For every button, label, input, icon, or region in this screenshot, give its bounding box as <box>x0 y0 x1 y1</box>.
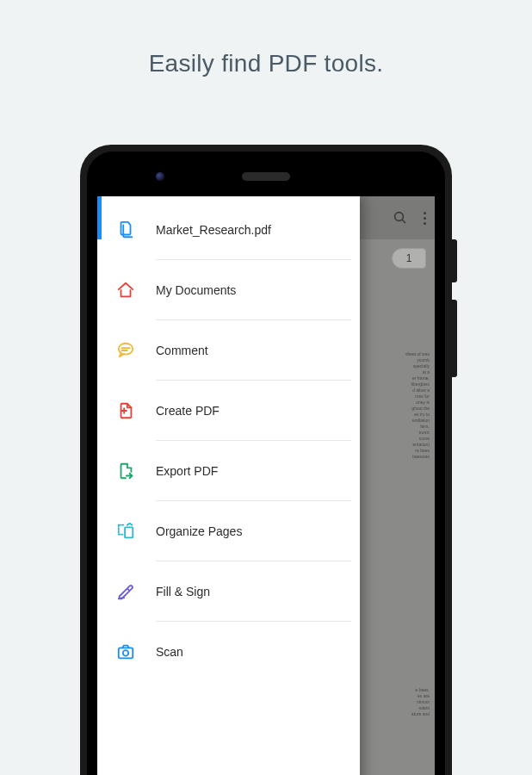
phone-camera <box>156 172 164 181</box>
menu-item-label: Fill & Sign <box>156 585 210 598</box>
menu-item-label: Export PDF <box>156 464 218 478</box>
home-icon <box>116 281 156 300</box>
search-icon[interactable] <box>393 210 408 226</box>
document-icon <box>116 220 156 239</box>
svg-rect-7 <box>125 527 133 537</box>
drawer-list: Market_Research.pdf My Documents Comment <box>97 196 360 775</box>
navigation-drawer: Market_Research.pdf My Documents Comment <box>97 196 360 775</box>
svg-rect-8 <box>119 648 133 658</box>
menu-item-label: Comment <box>156 344 208 357</box>
background-document-text: sheet of waxycombspeciallyat aer frame,f… <box>387 351 430 460</box>
menu-item-organize-pages[interactable]: Organize Pages <box>97 501 360 561</box>
app-screen: 1 sheet of waxycombspeciallyat aer frame… <box>97 196 435 775</box>
menu-item-my-documents[interactable]: My Documents <box>97 260 360 320</box>
menu-item-comment[interactable]: Comment <box>97 320 360 381</box>
menu-item-fill-sign[interactable]: Fill & Sign <box>97 561 360 622</box>
phone-frame: 1 sheet of waxycombspeciallyat aer frame… <box>80 145 452 775</box>
page-number-badge: 1 <box>392 248 426 269</box>
menu-item-label: My Documents <box>156 283 236 297</box>
menu-item-label: Create PDF <box>156 404 220 418</box>
overflow-menu-icon[interactable] <box>424 212 426 225</box>
export-pdf-icon <box>116 462 156 480</box>
menu-item-label: Organize Pages <box>156 524 242 538</box>
page-headline: Easily find PDF tools. <box>0 0 532 78</box>
organize-pages-icon <box>116 522 156 541</box>
svg-point-9 <box>123 650 128 655</box>
create-pdf-icon <box>116 401 156 420</box>
menu-item-create-pdf[interactable]: Create PDF <box>97 381 360 441</box>
scan-icon <box>116 642 156 661</box>
menu-item-label: Scan <box>156 645 183 659</box>
svg-point-0 <box>395 213 404 221</box>
phone-side-button <box>452 300 457 377</box>
comment-icon <box>116 341 156 360</box>
fill-sign-icon <box>116 582 156 601</box>
background-document-text: e bees,es arenimumndentature and <box>387 687 430 717</box>
svg-line-1 <box>402 220 405 223</box>
phone-side-button <box>452 239 457 282</box>
menu-item-scan[interactable]: Scan <box>97 622 360 682</box>
menu-item-export-pdf[interactable]: Export PDF <box>97 441 360 501</box>
menu-item-label: Market_Research.pdf <box>156 223 271 237</box>
menu-item-current-file[interactable]: Market_Research.pdf <box>97 200 360 260</box>
phone-speaker <box>242 172 290 181</box>
